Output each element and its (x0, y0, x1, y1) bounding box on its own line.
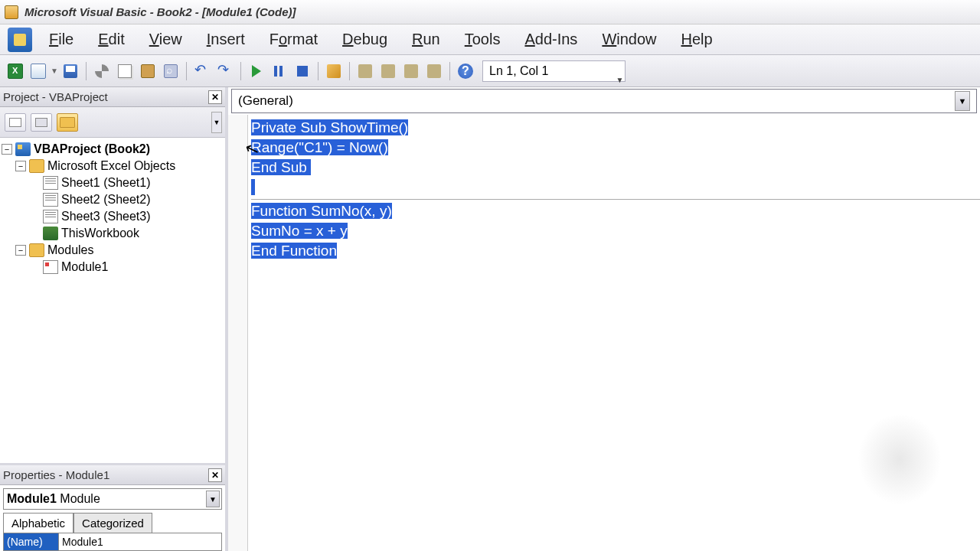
redo-button[interactable] (214, 60, 236, 82)
menubar: File Edit View Insert Format Debug Run T… (0, 24, 980, 55)
properties-title: Properties - Module1 (3, 468, 109, 481)
properties-object-select[interactable]: Module1 Module ▼ (3, 488, 222, 510)
project-panel-title: Project - VBAProject (3, 90, 108, 103)
project-panel-header: Project - VBAProject ✕ (0, 87, 225, 107)
tree-toggle[interactable]: − (15, 161, 26, 171)
tree-root[interactable]: VBAProject (Book2) (34, 142, 150, 156)
project-panel-close-button[interactable]: ✕ (208, 90, 222, 104)
tree-folder-excel[interactable]: Microsoft Excel Objects (47, 159, 175, 173)
tree-folder-modules[interactable]: Modules (47, 243, 93, 257)
menu-help[interactable]: Help (669, 26, 725, 53)
toolbar: ▼ Ln 1, Col 1 ▼ (0, 55, 980, 87)
properties-grid[interactable]: (Name) Module1 (3, 533, 222, 551)
project-toolbar-dropdown[interactable]: ▼ (211, 112, 222, 133)
tab-categorized[interactable]: Categorized (74, 513, 152, 533)
title-text: Microsoft Visual Basic - Book2 - [Module… (24, 5, 296, 18)
insert-dropdown[interactable]: ▼ (51, 67, 58, 75)
tree-sheet1[interactable]: Sheet1 (Sheet1) (61, 176, 151, 190)
module-icon (43, 260, 58, 274)
insert-button[interactable] (28, 60, 49, 82)
menu-format[interactable]: Format (257, 26, 330, 53)
design-mode-button[interactable] (323, 60, 345, 82)
prop-name-value[interactable]: Module1 (59, 533, 221, 550)
paste-button[interactable] (137, 60, 158, 82)
cursor-position-box: Ln 1, Col 1 ▼ (482, 60, 626, 82)
menu-debug[interactable]: Debug (330, 26, 400, 53)
view-code-button[interactable] (5, 113, 26, 132)
cursor-position: Ln 1, Col 1 (489, 64, 548, 78)
toggle-folders-button[interactable] (57, 113, 78, 132)
copy-button[interactable] (114, 60, 136, 82)
view-excel-button[interactable] (5, 60, 26, 82)
object-dropdown[interactable]: (General) ▼ (231, 89, 977, 113)
sheet-icon (43, 193, 58, 207)
project-explorer-button[interactable] (354, 60, 376, 82)
code-margin (228, 115, 248, 551)
undo-button[interactable] (191, 60, 213, 82)
tree-toggle[interactable]: − (2, 144, 12, 155)
project-tree[interactable]: − VBAProject (Book2) − Microsoft Excel O… (0, 138, 225, 463)
tree-toggle[interactable]: − (15, 245, 26, 256)
tab-alphabetic[interactable]: Alphabetic (3, 513, 74, 533)
save-button[interactable] (60, 60, 81, 82)
properties-button[interactable] (377, 60, 399, 82)
vb-icon (8, 28, 32, 52)
object-browser-button[interactable] (400, 60, 422, 82)
tree-module1[interactable]: Module1 (61, 260, 108, 274)
menu-file[interactable]: File (37, 26, 86, 53)
tree-sheet3[interactable]: Sheet3 (Sheet3) (61, 210, 151, 223)
app-icon (5, 5, 18, 19)
properties-panel: Properties - Module1 ✕ Module1 Module ▼ … (0, 463, 225, 551)
project-icon (15, 142, 31, 156)
properties-close-button[interactable]: ✕ (208, 468, 222, 482)
sheet-icon (43, 210, 58, 223)
cut-button[interactable] (91, 60, 113, 82)
tree-workbook[interactable]: ThisWorkbook (61, 227, 139, 240)
menu-edit[interactable]: Edit (86, 26, 136, 53)
break-button[interactable] (269, 60, 290, 82)
reset-button[interactable] (292, 60, 313, 82)
menu-tools[interactable]: Tools (452, 26, 513, 53)
prop-name-label: (Name) (4, 533, 59, 550)
tree-sheet2[interactable]: Sheet2 (Sheet2) (61, 193, 151, 207)
view-object-button[interactable] (31, 113, 52, 132)
menu-view[interactable]: View (137, 26, 194, 53)
sheet-icon (43, 176, 58, 190)
find-button[interactable] (160, 60, 181, 82)
workbook-icon (43, 227, 58, 240)
folder-icon (29, 159, 44, 173)
toolbox-button[interactable] (423, 60, 445, 82)
watermark (858, 413, 942, 505)
menu-run[interactable]: Run (400, 26, 452, 53)
run-button[interactable] (246, 60, 267, 82)
project-toolbar: ▼ (0, 107, 225, 138)
menu-insert[interactable]: Insert (194, 26, 257, 53)
titlebar: Microsoft Visual Basic - Book2 - [Module… (0, 0, 980, 24)
menu-window[interactable]: Window (590, 26, 668, 53)
folder-icon (29, 243, 44, 257)
help-button[interactable] (455, 60, 476, 82)
menu-addins[interactable]: Add-Ins (512, 26, 590, 53)
